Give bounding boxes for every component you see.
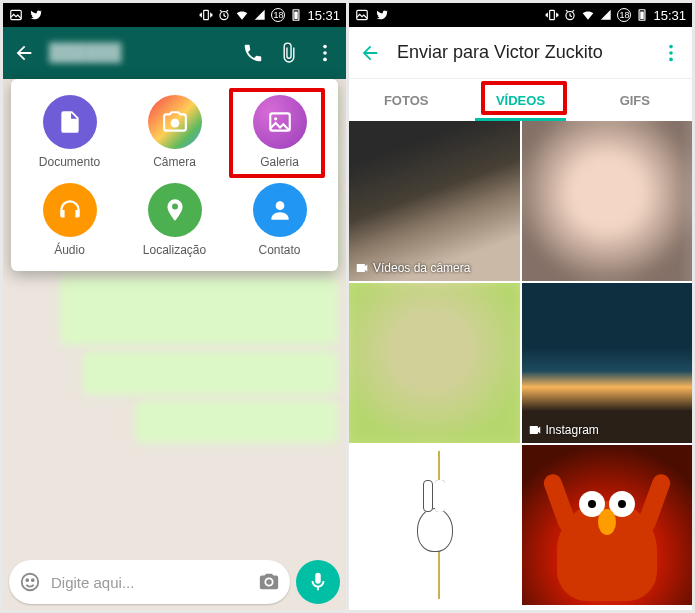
svg-point-8 (22, 574, 39, 591)
message-out[interactable] (83, 351, 338, 395)
message-placeholder: Digite aqui... (51, 574, 248, 591)
attach-audio[interactable]: Áudio (17, 183, 122, 257)
attach-camera-label: Câmera (153, 155, 196, 169)
message-out[interactable] (60, 277, 338, 345)
attach-location-label: Localização (143, 243, 206, 257)
data-badge: 18 (271, 8, 285, 22)
clock-text: 15:31 (653, 8, 686, 23)
svg-point-11 (170, 119, 179, 128)
image-icon (9, 8, 23, 22)
back-icon[interactable] (13, 42, 35, 64)
wifi-icon (235, 8, 249, 22)
attachment-sheet: Documento Câmera Galeria Áudio Localizaç… (11, 79, 338, 271)
svg-rect-19 (641, 12, 645, 20)
mic-button[interactable] (296, 560, 340, 604)
statusbar: 18 15:31 (3, 3, 346, 27)
attach-contact-label: Contato (258, 243, 300, 257)
data-badge: 18 (617, 8, 631, 22)
attach-icon[interactable] (278, 42, 300, 64)
video-thumb[interactable] (522, 121, 693, 281)
video-icon (528, 423, 542, 437)
album-camera-videos[interactable]: Vídeos da câmera (349, 121, 520, 281)
album-instagram[interactable]: Instagram (522, 283, 693, 443)
video-thumb[interactable] (349, 445, 520, 605)
more-icon[interactable] (660, 42, 682, 64)
svg-rect-4 (295, 12, 299, 20)
video-thumb[interactable] (349, 283, 520, 443)
alarm-icon (217, 8, 231, 22)
screen-chat: 18 15:31 ██████ Digite aqui... (3, 3, 346, 610)
signal-icon (599, 8, 613, 22)
attach-gallery-label: Galeria (260, 155, 299, 169)
video-icon (355, 261, 369, 275)
tab-gifs[interactable]: GIFS (578, 79, 692, 121)
alarm-icon (563, 8, 577, 22)
media-tabs: FOTOS VÍDEOS GIFS (349, 79, 692, 121)
svg-point-10 (32, 579, 34, 581)
svg-point-6 (323, 51, 327, 55)
svg-point-13 (274, 117, 277, 120)
tab-photos[interactable]: FOTOS (349, 79, 463, 121)
statusbar: 18 15:31 (349, 3, 692, 27)
attach-location[interactable]: Localização (122, 183, 227, 257)
battery-icon (635, 8, 649, 22)
album-label: Instagram (546, 423, 599, 437)
svg-rect-1 (204, 10, 209, 19)
svg-point-20 (669, 44, 673, 48)
picker-title: Enviar para Victor Zuckito (397, 42, 644, 63)
attach-gallery[interactable]: Galeria (227, 95, 332, 169)
video-thumb[interactable] (522, 445, 693, 605)
image-icon (355, 8, 369, 22)
signal-icon (253, 8, 267, 22)
svg-point-7 (323, 58, 327, 62)
tab-videos[interactable]: VÍDEOS (463, 79, 577, 121)
call-icon[interactable] (242, 42, 264, 64)
album-label: Vídeos da câmera (373, 261, 470, 275)
svg-point-14 (275, 201, 284, 210)
svg-point-21 (669, 51, 673, 55)
attach-camera[interactable]: Câmera (122, 95, 227, 169)
gallery-grid[interactable]: Vídeos da câmera Instagram (349, 121, 692, 610)
more-icon[interactable] (314, 42, 336, 64)
vibrate-icon (199, 8, 213, 22)
attach-document-label: Documento (39, 155, 100, 169)
chat-header: ██████ (3, 27, 346, 79)
chat-title[interactable]: ██████ (49, 43, 228, 63)
svg-point-5 (323, 45, 327, 49)
svg-point-9 (26, 579, 28, 581)
input-row: Digite aqui... (9, 560, 340, 604)
vibrate-icon (545, 8, 559, 22)
emoji-icon[interactable] (19, 571, 41, 593)
back-icon[interactable] (359, 42, 381, 64)
attach-audio-label: Áudio (54, 243, 85, 257)
battery-icon (289, 8, 303, 22)
screen-picker: 18 15:31 Enviar para Victor Zuckito FOTO… (349, 3, 692, 610)
twitter-icon (29, 8, 43, 22)
camera-input-icon[interactable] (258, 571, 280, 593)
attach-contact[interactable]: Contato (227, 183, 332, 257)
twitter-icon (375, 8, 389, 22)
attach-document[interactable]: Documento (17, 95, 122, 169)
clock-text: 15:31 (307, 8, 340, 23)
wifi-icon (581, 8, 595, 22)
picker-header: Enviar para Victor Zuckito (349, 27, 692, 79)
svg-point-22 (669, 57, 673, 61)
message-out[interactable] (135, 401, 338, 443)
message-input[interactable]: Digite aqui... (9, 560, 290, 604)
svg-rect-16 (550, 10, 555, 19)
